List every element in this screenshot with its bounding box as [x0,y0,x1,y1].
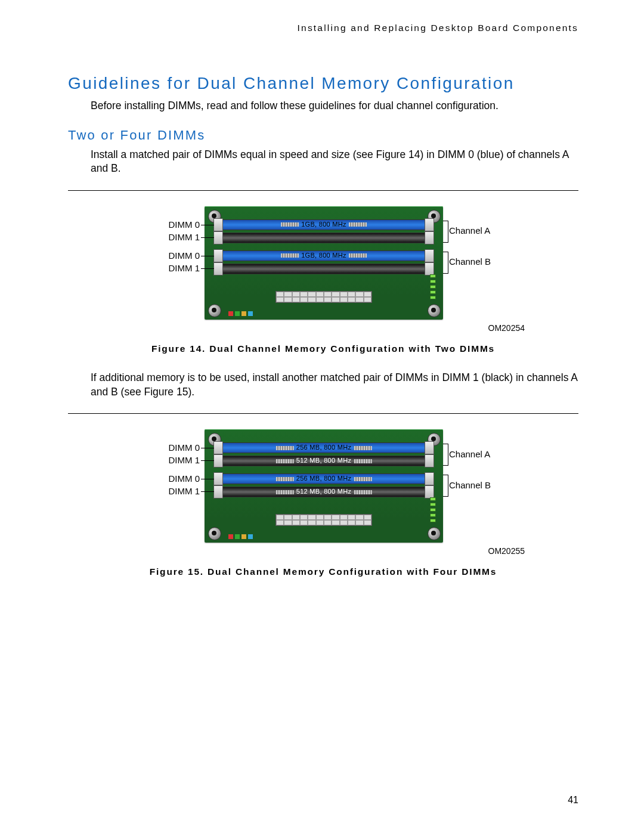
dimm-index-label: DIMM 1 [159,486,200,496]
channel-label: Channel A [449,449,490,459]
dimm-module-label: 1GB, 800 MHz [278,221,369,228]
dimm-index-label: DIMM 0 [159,250,200,261]
dimm-module-label: 256 MB, 800 MHz [274,475,374,482]
dimm-slot: 1GB, 800 MHz [215,219,432,230]
dimm-slot: 256 MB, 800 MHz [215,442,432,453]
channel-label: Channel B [449,480,491,490]
dimm-slot: 512 MB, 800 MHz [215,456,432,466]
dimm-module-label: 256 MB, 800 MHz [274,444,374,451]
dimm-index-label: DIMM 0 [159,473,200,484]
dimm-slot: 512 MB, 800 MHz [215,487,432,497]
figure-14-diagram: 1GB, 800 MHz1GB, 800 MHzDIMM 0DIMM 1DIMM… [159,200,487,320]
dimm-slot [215,264,432,274]
figure-14-code: OM20254 [68,323,525,333]
figure-15-caption: Figure 15. Dual Channel Memory Configura… [68,566,578,577]
screw-icon [208,304,221,317]
screw-icon [208,527,221,540]
dimm-slot: 256 MB, 800 MHz [215,473,432,484]
dimm-index-label: DIMM 1 [159,263,200,273]
dimm-index-label: DIMM 0 [159,219,200,230]
color-chip-icon [228,534,253,539]
dimm-module-label: 1GB, 800 MHz [278,252,369,259]
dimm-slot: 1GB, 800 MHz [215,250,432,261]
rule [68,413,578,414]
color-chip-icon [228,311,253,316]
paragraph-2: If additional memory is to be used, inst… [91,371,578,399]
intro-paragraph: Before installing DIMMs, read and follow… [91,99,578,113]
running-header: Installing and Replacing Desktop Board C… [68,23,578,33]
figure-15-code: OM20255 [68,546,525,556]
dimm-index-label: DIMM 0 [159,442,200,453]
dimm-slot [215,233,432,243]
led-strip-icon [430,274,436,299]
dimm-index-label: DIMM 1 [159,455,200,465]
led-strip-icon [430,497,436,522]
atx-power-connector-icon [275,291,372,303]
screw-icon [428,527,441,540]
dimm-index-label: DIMM 1 [159,232,200,242]
dimm-module-label: 512 MB, 800 MHz [274,457,374,464]
paragraph-1: Install a matched pair of DIMMs equal in… [91,148,578,176]
subsection-title: Two or Four DIMMs [68,128,578,143]
page-number: 41 [568,795,578,806]
atx-power-connector-icon [275,514,372,526]
channel-label: Channel A [449,225,490,236]
figure-14-caption: Figure 14. Dual Channel Memory Configura… [68,343,578,354]
channel-label: Channel B [449,256,491,267]
dimm-module-label: 512 MB, 800 MHz [274,488,374,495]
screw-icon [428,304,441,317]
rule [68,190,578,191]
figure-15-diagram: 256 MB, 800 MHz512 MB, 800 MHz256 MB, 80… [159,423,487,543]
section-title: Guidelines for Dual Channel Memory Confi… [68,74,578,93]
